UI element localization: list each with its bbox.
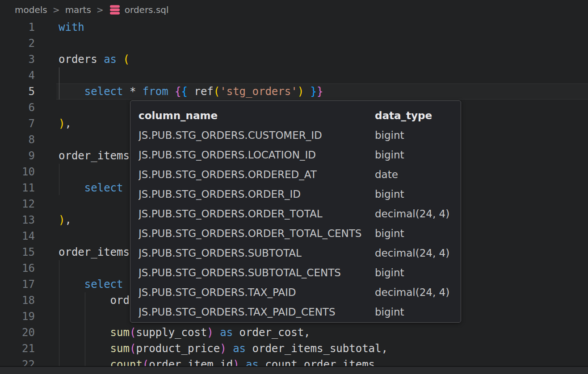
breadcrumb-item-marts[interactable]: marts bbox=[65, 4, 91, 15]
code-text[interactable]: ), bbox=[35, 212, 71, 228]
line-number[interactable]: 2 bbox=[0, 35, 35, 51]
code-line[interactable]: 1with bbox=[0, 19, 588, 35]
column-name-cell: JS.PUB.STG_ORDERS.TAX_PAID_CENTS bbox=[139, 302, 375, 322]
line-number[interactable]: 13 bbox=[0, 212, 35, 228]
breadcrumb-item-file[interactable]: orders.sql bbox=[125, 4, 169, 15]
code-token: ( bbox=[123, 53, 130, 66]
editor-window: models > marts > orders.sql 1with23order… bbox=[0, 0, 588, 374]
breadcrumb-item-models[interactable]: models bbox=[15, 4, 47, 15]
code-line[interactable]: 2 bbox=[0, 35, 588, 51]
line-number[interactable]: 15 bbox=[0, 244, 35, 260]
line-number[interactable]: 11 bbox=[0, 180, 35, 196]
data-type-cell: decimal(24, 4) bbox=[375, 283, 453, 302]
line-number[interactable]: 10 bbox=[0, 164, 35, 180]
line-number[interactable]: 7 bbox=[0, 116, 35, 132]
code-token: ) bbox=[298, 85, 304, 98]
breadcrumb: models > marts > orders.sql bbox=[0, 0, 588, 19]
line-number[interactable]: 4 bbox=[0, 67, 35, 83]
code-text[interactable]: ), bbox=[35, 116, 71, 132]
code-text[interactable]: select * from {{ ref('stg_orders') }} bbox=[35, 83, 323, 100]
code-text[interactable]: sum(supply_cost) as order_cost, bbox=[35, 324, 311, 341]
line-number[interactable]: 20 bbox=[0, 324, 35, 341]
code-token: with bbox=[59, 21, 84, 33]
data-type-cell: bigint bbox=[375, 302, 453, 322]
code-text[interactable]: orders as ( bbox=[35, 51, 130, 67]
data-type-cell: bigint bbox=[375, 224, 453, 243]
column-hover-popup: column_namedata_typeJS.PUB.STG_ORDERS.CU… bbox=[130, 100, 461, 323]
line-number[interactable]: 21 bbox=[0, 341, 35, 357]
hover-table-header: column_namedata_type bbox=[139, 106, 453, 125]
code-token bbox=[59, 182, 84, 194]
hover-table-row: JS.PUB.STG_ORDERS.ORDERED_ATdate bbox=[139, 165, 453, 184]
code-line[interactable]: 4 bbox=[0, 67, 588, 83]
line-number[interactable]: 9 bbox=[0, 148, 35, 164]
code-token: 'stg_orders' bbox=[220, 85, 297, 98]
code-text[interactable]: select bbox=[35, 276, 123, 292]
code-token: ) bbox=[59, 214, 65, 226]
code-token: , bbox=[65, 214, 71, 226]
code-token: ) bbox=[220, 342, 226, 355]
code-text[interactable] bbox=[35, 260, 59, 276]
code-line[interactable]: 21 sum(product_price) as order_items_sub… bbox=[0, 341, 588, 357]
code-token: select bbox=[84, 85, 123, 98]
code-token bbox=[304, 85, 310, 98]
code-text[interactable] bbox=[35, 196, 59, 212]
code-text[interactable] bbox=[35, 67, 59, 83]
hover-table-row: JS.PUB.STG_ORDERS.LOCATION_IDbigint bbox=[139, 145, 453, 165]
code-token: ref bbox=[188, 85, 214, 98]
line-number[interactable]: 14 bbox=[0, 228, 35, 244]
hover-table-row: JS.PUB.STG_ORDERS.TAX_PAID_CENTSbigint bbox=[139, 302, 453, 322]
code-token: { bbox=[175, 85, 181, 98]
hover-table-row: JS.PUB.STG_ORDERS.ORDER_TOTALdecimal(24,… bbox=[139, 204, 453, 224]
code-text[interactable] bbox=[35, 164, 59, 180]
line-number[interactable]: 8 bbox=[0, 132, 35, 148]
line-number[interactable]: 18 bbox=[0, 292, 35, 308]
code-token bbox=[59, 85, 84, 98]
line-number[interactable]: 12 bbox=[0, 196, 35, 212]
column-name-cell: JS.PUB.STG_ORDERS.TAX_PAID bbox=[139, 283, 375, 302]
code-token: select bbox=[84, 278, 123, 291]
code-token: sum bbox=[110, 342, 130, 355]
code-text[interactable]: with bbox=[35, 19, 84, 35]
code-text[interactable] bbox=[35, 132, 59, 148]
panel-divider bbox=[0, 366, 588, 374]
column-name-cell: JS.PUB.STG_ORDERS.SUBTOTAL_CENTS bbox=[139, 263, 375, 283]
code-text[interactable] bbox=[35, 35, 59, 51]
line-number[interactable]: 1 bbox=[0, 19, 35, 35]
code-token: ( bbox=[130, 326, 136, 339]
line-number[interactable]: 6 bbox=[0, 100, 35, 116]
code-token: ( bbox=[214, 85, 220, 98]
data-type-cell: decimal(24, 4) bbox=[375, 204, 453, 224]
code-text[interactable]: order_items bbox=[35, 148, 130, 164]
hover-table-row: JS.PUB.STG_ORDERS.CUSTOMER_IDbigint bbox=[139, 125, 453, 145]
code-token: } bbox=[317, 85, 323, 98]
code-token bbox=[59, 342, 110, 355]
code-token: , bbox=[65, 117, 71, 130]
code-token: as bbox=[104, 53, 117, 66]
code-text[interactable] bbox=[35, 228, 59, 244]
code-text[interactable]: select bbox=[35, 180, 123, 196]
code-token: supply_cost bbox=[136, 326, 207, 339]
code-line[interactable]: 3orders as ( bbox=[0, 51, 588, 67]
code-text[interactable]: sum(product_price) as order_items_subtot… bbox=[35, 341, 388, 357]
code-line[interactable]: 5 select * from {{ ref('stg_orders') }} bbox=[0, 83, 588, 100]
code-token bbox=[59, 278, 84, 291]
code-line[interactable]: 20 sum(supply_cost) as order_cost, bbox=[0, 324, 588, 341]
column-name-cell: JS.PUB.STG_ORDERS.CUSTOMER_ID bbox=[139, 125, 375, 145]
code-token: order_cost, bbox=[233, 326, 310, 339]
code-token bbox=[168, 85, 175, 98]
line-number[interactable]: 16 bbox=[0, 260, 35, 276]
code-text[interactable]: ord bbox=[35, 292, 130, 308]
hover-table-row: JS.PUB.STG_ORDERS.ORDER_TOTAL_CENTSbigin… bbox=[139, 224, 453, 243]
code-text[interactable] bbox=[35, 100, 59, 116]
line-number[interactable]: 3 bbox=[0, 51, 35, 67]
line-number[interactable]: 19 bbox=[0, 308, 35, 324]
code-token: ) bbox=[207, 326, 213, 339]
database-icon bbox=[109, 4, 121, 15]
code-text[interactable] bbox=[35, 308, 59, 324]
line-number[interactable]: 17 bbox=[0, 276, 35, 292]
code-text[interactable]: order_items bbox=[35, 244, 130, 260]
line-number[interactable]: 5 bbox=[0, 83, 35, 100]
data-type-header: data_type bbox=[375, 106, 453, 125]
data-type-cell: bigint bbox=[375, 125, 453, 145]
